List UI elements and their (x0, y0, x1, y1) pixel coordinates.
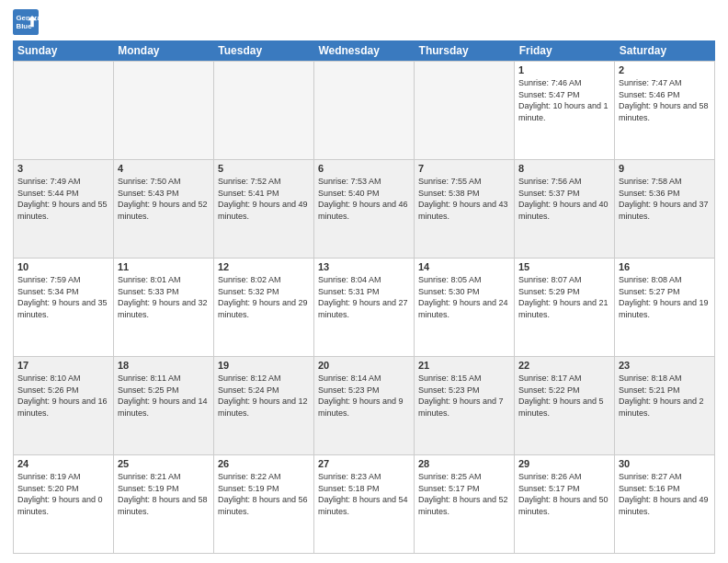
calendar-cell (214, 62, 314, 159)
cell-info: Sunrise: 8:19 AM Sunset: 5:20 PM Dayligh… (17, 471, 109, 517)
cell-info: Sunrise: 8:07 AM Sunset: 5:29 PM Dayligh… (518, 274, 610, 320)
calendar-cell: 13Sunrise: 8:04 AM Sunset: 5:31 PM Dayli… (314, 259, 415, 356)
calendar-cell: 28Sunrise: 8:25 AM Sunset: 5:17 PM Dayli… (415, 455, 515, 553)
calendar-cell: 16Sunrise: 8:08 AM Sunset: 5:27 PM Dayli… (615, 259, 715, 356)
day-number: 26 (218, 458, 310, 469)
svg-text:General: General (17, 14, 40, 22)
cell-info: Sunrise: 8:14 AM Sunset: 5:23 PM Dayligh… (318, 373, 410, 419)
cell-info: Sunrise: 7:56 AM Sunset: 5:37 PM Dayligh… (518, 176, 610, 222)
cell-info: Sunrise: 8:04 AM Sunset: 5:31 PM Dayligh… (318, 274, 410, 320)
cell-info: Sunrise: 8:21 AM Sunset: 5:19 PM Dayligh… (118, 471, 210, 517)
day-number: 14 (418, 261, 510, 272)
calendar-cell: 22Sunrise: 8:17 AM Sunset: 5:22 PM Dayli… (515, 357, 615, 454)
calendar-cell (314, 62, 415, 159)
day-number: 18 (118, 360, 210, 371)
cell-info: Sunrise: 8:12 AM Sunset: 5:24 PM Dayligh… (218, 373, 310, 419)
calendar-cell: 17Sunrise: 8:10 AM Sunset: 5:26 PM Dayli… (14, 357, 114, 454)
calendar-cell (415, 62, 515, 159)
calendar-cell: 4Sunrise: 7:50 AM Sunset: 5:43 PM Daylig… (114, 160, 214, 258)
cell-info: Sunrise: 8:18 AM Sunset: 5:21 PM Dayligh… (619, 373, 711, 419)
calendar-cell: 18Sunrise: 8:11 AM Sunset: 5:25 PM Dayli… (114, 357, 214, 454)
calendar-cell: 24Sunrise: 8:19 AM Sunset: 5:20 PM Dayli… (14, 455, 114, 553)
header-day-tuesday: Tuesday (213, 40, 313, 61)
day-number: 29 (518, 458, 610, 469)
calendar-cell: 19Sunrise: 8:12 AM Sunset: 5:24 PM Dayli… (214, 357, 314, 454)
calendar-cell: 3Sunrise: 7:49 AM Sunset: 5:44 PM Daylig… (14, 160, 114, 258)
day-number: 22 (518, 360, 610, 371)
calendar-cell: 29Sunrise: 8:26 AM Sunset: 5:17 PM Dayli… (515, 455, 615, 553)
day-number: 7 (418, 163, 510, 174)
cell-info: Sunrise: 7:59 AM Sunset: 5:34 PM Dayligh… (17, 274, 109, 320)
cell-info: Sunrise: 7:50 AM Sunset: 5:43 PM Dayligh… (118, 176, 210, 222)
calendar-cell: 30Sunrise: 8:27 AM Sunset: 5:16 PM Dayli… (615, 455, 715, 553)
logo: General Blue (13, 9, 42, 35)
day-number: 10 (17, 261, 109, 272)
calendar-cell: 9Sunrise: 7:58 AM Sunset: 5:36 PM Daylig… (615, 160, 715, 258)
day-number: 30 (619, 458, 711, 469)
cell-info: Sunrise: 8:05 AM Sunset: 5:30 PM Dayligh… (418, 274, 510, 320)
svg-text:Blue: Blue (17, 22, 33, 30)
header-day-friday: Friday (515, 40, 615, 61)
calendar-cell: 26Sunrise: 8:22 AM Sunset: 5:19 PM Dayli… (214, 455, 314, 553)
calendar-cell: 5Sunrise: 7:52 AM Sunset: 5:41 PM Daylig… (214, 160, 314, 258)
calendar-week-5: 24Sunrise: 8:19 AM Sunset: 5:20 PM Dayli… (13, 454, 715, 554)
day-number: 24 (17, 458, 109, 469)
calendar-cell: 12Sunrise: 8:02 AM Sunset: 5:32 PM Dayli… (214, 259, 314, 356)
day-number: 20 (318, 360, 410, 371)
day-number: 23 (619, 360, 711, 371)
day-number: 21 (418, 360, 510, 371)
cell-info: Sunrise: 7:49 AM Sunset: 5:44 PM Dayligh… (17, 176, 109, 222)
day-number: 11 (118, 261, 210, 272)
calendar-cell (14, 62, 114, 159)
calendar-week-2: 3Sunrise: 7:49 AM Sunset: 5:44 PM Daylig… (13, 159, 715, 258)
day-number: 6 (318, 163, 410, 174)
day-number: 28 (418, 458, 510, 469)
calendar-cell: 15Sunrise: 8:07 AM Sunset: 5:29 PM Dayli… (515, 259, 615, 356)
cell-info: Sunrise: 8:27 AM Sunset: 5:16 PM Dayligh… (619, 471, 711, 517)
cell-info: Sunrise: 8:01 AM Sunset: 5:33 PM Dayligh… (118, 274, 210, 320)
cell-info: Sunrise: 8:25 AM Sunset: 5:17 PM Dayligh… (418, 471, 510, 517)
calendar-header: SundayMondayTuesdayWednesdayThursdayFrid… (13, 40, 715, 61)
day-number: 13 (318, 261, 410, 272)
cell-info: Sunrise: 7:52 AM Sunset: 5:41 PM Dayligh… (218, 176, 310, 222)
cell-info: Sunrise: 7:55 AM Sunset: 5:38 PM Dayligh… (418, 176, 510, 222)
calendar-week-4: 17Sunrise: 8:10 AM Sunset: 5:26 PM Dayli… (13, 356, 715, 454)
day-number: 16 (619, 261, 711, 272)
calendar-cell (114, 62, 214, 159)
calendar-cell: 10Sunrise: 7:59 AM Sunset: 5:34 PM Dayli… (14, 259, 114, 356)
header: General Blue (13, 9, 715, 35)
cell-info: Sunrise: 8:17 AM Sunset: 5:22 PM Dayligh… (518, 373, 610, 419)
day-number: 3 (17, 163, 109, 174)
day-number: 1 (518, 64, 610, 75)
cell-info: Sunrise: 8:15 AM Sunset: 5:23 PM Dayligh… (418, 373, 510, 419)
cell-info: Sunrise: 8:26 AM Sunset: 5:17 PM Dayligh… (518, 471, 610, 517)
header-day-sunday: Sunday (13, 40, 113, 61)
day-number: 15 (518, 261, 610, 272)
cell-info: Sunrise: 7:46 AM Sunset: 5:47 PM Dayligh… (518, 77, 610, 123)
cell-info: Sunrise: 8:08 AM Sunset: 5:27 PM Dayligh… (619, 274, 711, 320)
calendar-cell: 8Sunrise: 7:56 AM Sunset: 5:37 PM Daylig… (515, 160, 615, 258)
calendar-cell: 14Sunrise: 8:05 AM Sunset: 5:30 PM Dayli… (415, 259, 515, 356)
day-number: 5 (218, 163, 310, 174)
cell-info: Sunrise: 7:58 AM Sunset: 5:36 PM Dayligh… (619, 176, 711, 222)
calendar: SundayMondayTuesdayWednesdayThursdayFrid… (13, 40, 715, 554)
header-day-wednesday: Wednesday (313, 40, 414, 61)
calendar-cell: 21Sunrise: 8:15 AM Sunset: 5:23 PM Dayli… (415, 357, 515, 454)
calendar-cell: 27Sunrise: 8:23 AM Sunset: 5:18 PM Dayli… (314, 455, 415, 553)
day-number: 17 (17, 360, 109, 371)
header-day-saturday: Saturday (615, 40, 715, 61)
day-number: 8 (518, 163, 610, 174)
day-number: 4 (118, 163, 210, 174)
calendar-cell: 1Sunrise: 7:46 AM Sunset: 5:47 PM Daylig… (515, 62, 615, 159)
cell-info: Sunrise: 7:53 AM Sunset: 5:40 PM Dayligh… (318, 176, 410, 222)
day-number: 25 (118, 458, 210, 469)
calendar-cell: 11Sunrise: 8:01 AM Sunset: 5:33 PM Dayli… (114, 259, 214, 356)
cell-info: Sunrise: 8:11 AM Sunset: 5:25 PM Dayligh… (118, 373, 210, 419)
cell-info: Sunrise: 8:10 AM Sunset: 5:26 PM Dayligh… (17, 373, 109, 419)
header-day-monday: Monday (113, 40, 213, 61)
calendar-cell: 2Sunrise: 7:47 AM Sunset: 5:46 PM Daylig… (615, 62, 715, 159)
calendar-cell: 6Sunrise: 7:53 AM Sunset: 5:40 PM Daylig… (314, 160, 415, 258)
calendar-cell: 7Sunrise: 7:55 AM Sunset: 5:38 PM Daylig… (415, 160, 515, 258)
day-number: 19 (218, 360, 310, 371)
calendar-body: 1Sunrise: 7:46 AM Sunset: 5:47 PM Daylig… (13, 61, 715, 554)
